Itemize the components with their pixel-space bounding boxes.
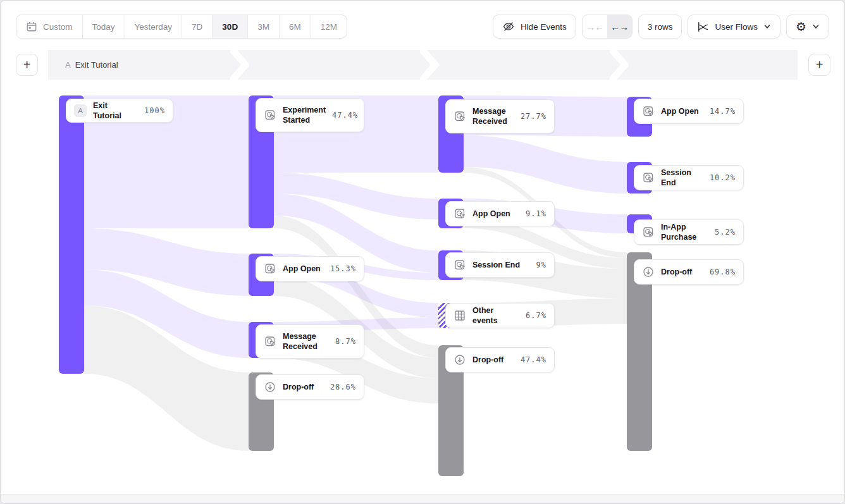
click-event-icon: [453, 259, 466, 271]
node-label: Drop-off: [661, 267, 692, 277]
add-step-start-button[interactable]: +: [16, 54, 38, 76]
date-range-group: CustomTodayYesterday7D30D3M6M12M: [16, 15, 347, 39]
plus-icon: +: [23, 58, 31, 72]
collapse-icon: →←: [586, 22, 603, 32]
step-chevron-icon: [230, 50, 249, 82]
node-card-col3-drop-off[interactable]: Drop-off69.8%: [634, 259, 744, 285]
click-event-icon: [642, 171, 655, 184]
step-a-segment[interactable]: A Exit Tutorial: [65, 50, 118, 80]
node-card-col2-other-events[interactable]: Other events6.7%: [445, 303, 555, 328]
date-range-yesterday[interactable]: Yesterday: [125, 15, 183, 38]
date-range-today[interactable]: Today: [83, 15, 125, 38]
rows-label: 3 rows: [648, 22, 673, 32]
click-event-icon: [642, 226, 655, 238]
node-percentage: 27.7%: [521, 112, 546, 121]
date-range-label: 6M: [289, 22, 301, 32]
step-a-label: Exit Tutorial: [75, 60, 118, 70]
node-label: Exit Tutorial: [93, 101, 138, 121]
user-flows-app: CustomTodayYesterday7D30D3M6M12M Hide Ev…: [0, 0, 845, 504]
click-event-icon: [264, 109, 276, 121]
eye-off-icon: [502, 20, 515, 33]
date-range-label: Today: [92, 22, 115, 32]
node-percentage: 47.4%: [332, 111, 358, 120]
node-percentage: 69.8%: [710, 267, 736, 276]
grid-icon: [453, 309, 466, 322]
node-card-col3-session-end[interactable]: Session End10.2%: [634, 165, 744, 190]
date-range-6m[interactable]: 6M: [280, 15, 311, 38]
click-event-icon: [264, 262, 276, 275]
node-label: App Open: [472, 209, 510, 219]
node-card-col1-message-received[interactable]: Message Received8.7%: [256, 324, 364, 359]
node-card-col2-message-received[interactable]: Message Received27.7%: [445, 99, 555, 133]
drop-off-icon: [453, 353, 466, 366]
spacing-toggle-group: →← ←→: [582, 15, 632, 39]
toolbar-right: Hide Events →← ←→ 3 rows: [493, 15, 829, 39]
node-label: App Open: [661, 106, 699, 116]
date-range-custom[interactable]: Custom: [16, 15, 83, 38]
node-label: App Open: [283, 264, 321, 274]
node-label: Experiment Started: [283, 105, 326, 126]
node-card-col2-app-open[interactable]: App Open9.1%: [445, 201, 555, 226]
date-range-7d[interactable]: 7D: [182, 15, 213, 38]
settings-dropdown[interactable]: ⚙: [786, 15, 829, 39]
node-card-col2-session-end[interactable]: Session End9%: [445, 252, 555, 278]
date-range-12m[interactable]: 12M: [311, 15, 347, 38]
sankey-canvas: AExit Tutorial100%Experiment Started47.4…: [1, 80, 845, 493]
expand-columns-button[interactable]: ←→: [607, 15, 632, 38]
date-range-label: Yesterday: [135, 22, 173, 32]
calendar-icon: [26, 21, 37, 32]
node-label: Message Received: [283, 331, 329, 352]
horizontal-scrollbar[interactable]: [1, 494, 844, 503]
plus-icon: +: [816, 58, 823, 72]
rows-button[interactable]: 3 rows: [638, 15, 682, 39]
node-card-col1-experiment-started[interactable]: Experiment Started47.4%: [256, 98, 364, 132]
hide-events-button[interactable]: Hide Events: [493, 15, 576, 39]
node-label: In-App Purchase: [661, 222, 708, 243]
drop-off-icon: [642, 266, 655, 278]
step-chevron-icon: [610, 50, 629, 82]
add-step-end-button[interactable]: +: [808, 54, 830, 76]
node-card-col3-in-app-purchase[interactable]: In-App Purchase5.2%: [634, 219, 744, 245]
node-label: Message Received: [472, 106, 514, 127]
click-event-icon: [453, 110, 466, 123]
drop-off-icon: [264, 381, 276, 393]
user-flows-icon: [697, 21, 709, 33]
node-percentage: 47.4%: [521, 355, 546, 364]
node-card-col1-app-open[interactable]: App Open15.3%: [256, 256, 364, 281]
click-event-icon: [453, 207, 466, 220]
node-percentage: 10.2%: [710, 173, 736, 182]
flow-bar-col0-exit-tutorial[interactable]: [59, 95, 84, 374]
date-range-3m[interactable]: 3M: [248, 15, 280, 38]
step-a-badge: A: [74, 104, 87, 117]
step-a-prefix: A: [65, 60, 71, 70]
date-range-label: 7D: [192, 22, 202, 32]
step-chevron-icon: [420, 50, 439, 82]
node-percentage: 100%: [144, 106, 165, 115]
node-label: Drop-off: [283, 382, 314, 392]
flow-ribbon: [464, 135, 627, 194]
node-card-col0-exit-tutorial[interactable]: AExit Tutorial100%: [66, 99, 173, 123]
node-card-col3-app-open[interactable]: App Open14.7%: [634, 99, 744, 124]
steps-band: A Exit Tutorial: [48, 50, 798, 80]
node-percentage: 8.7%: [335, 337, 356, 346]
collapse-columns-button[interactable]: →←: [583, 15, 607, 38]
chevron-down-icon: [812, 23, 820, 30]
node-label: Drop-off: [472, 355, 503, 365]
date-range-label: 12M: [321, 22, 337, 32]
node-percentage: 5.2%: [715, 228, 736, 237]
node-card-col2-drop-off[interactable]: Drop-off47.4%: [445, 347, 555, 372]
node-percentage: 6.7%: [526, 311, 546, 320]
node-percentage: 9%: [536, 261, 546, 269]
click-event-icon: [642, 105, 655, 118]
date-range-label: Custom: [43, 22, 73, 32]
hide-events-label: Hide Events: [521, 22, 567, 32]
view-type-label: User Flows: [715, 22, 758, 32]
node-card-col1-drop-off[interactable]: Drop-off28.6%: [256, 374, 364, 400]
node-label: Session End: [661, 168, 703, 188]
node-percentage: 15.3%: [330, 264, 356, 273]
view-type-dropdown[interactable]: User Flows: [688, 15, 780, 39]
date-range-30d[interactable]: 30D: [213, 15, 248, 38]
flow-ribbons: [1, 80, 798, 493]
top-toolbar: CustomTodayYesterday7D30D3M6M12M Hide Ev…: [16, 15, 829, 39]
gear-icon: ⚙: [796, 21, 806, 33]
